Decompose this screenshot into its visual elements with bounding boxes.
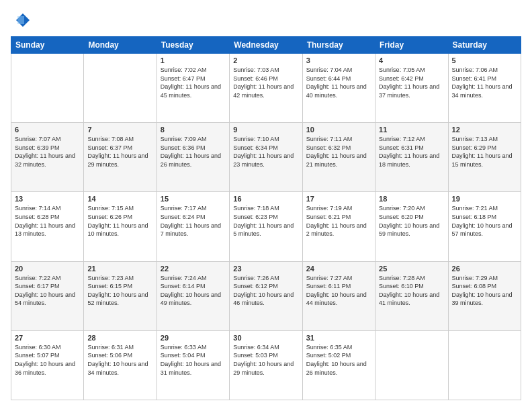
calendar-cell: 27Sunrise: 6:30 AM Sunset: 5:07 PM Dayli…: [11, 330, 84, 400]
calendar-cell: 30Sunrise: 6:34 AM Sunset: 5:03 PM Dayli…: [230, 330, 302, 400]
cell-info: Sunrise: 6:31 AM Sunset: 5:06 PM Dayligh…: [87, 343, 152, 377]
day-number: 19: [452, 195, 517, 203]
day-number: 1: [161, 56, 226, 64]
calendar-cell: 9Sunrise: 7:10 AM Sunset: 6:34 PM Daylig…: [230, 123, 302, 192]
day-number: 7: [87, 126, 152, 134]
calendar-week-4: 20Sunrise: 7:22 AM Sunset: 6:17 PM Dayli…: [11, 261, 521, 330]
calendar-week-5: 27Sunrise: 6:30 AM Sunset: 5:07 PM Dayli…: [11, 330, 521, 400]
cell-info: Sunrise: 7:14 AM Sunset: 6:28 PM Dayligh…: [15, 204, 80, 238]
calendar-cell: 13Sunrise: 7:14 AM Sunset: 6:28 PM Dayli…: [11, 192, 84, 261]
calendar-week-3: 13Sunrise: 7:14 AM Sunset: 6:28 PM Dayli…: [11, 192, 521, 261]
weekday-header-friday: Friday: [375, 37, 448, 54]
cell-info: Sunrise: 6:35 AM Sunset: 5:02 PM Dayligh…: [306, 343, 371, 377]
day-number: 28: [87, 334, 152, 342]
day-number: 30: [233, 334, 298, 342]
day-number: 12: [452, 126, 517, 134]
calendar-cell: 5Sunrise: 7:06 AM Sunset: 6:41 PM Daylig…: [448, 54, 521, 123]
cell-info: Sunrise: 6:33 AM Sunset: 5:04 PM Dayligh…: [161, 343, 226, 377]
day-number: 16: [233, 195, 298, 203]
day-number: 2: [233, 56, 298, 64]
calendar-cell: 18Sunrise: 7:20 AM Sunset: 6:20 PM Dayli…: [375, 192, 448, 261]
cell-info: Sunrise: 7:29 AM Sunset: 6:08 PM Dayligh…: [452, 274, 517, 308]
cell-info: Sunrise: 7:10 AM Sunset: 6:34 PM Dayligh…: [233, 135, 298, 169]
cell-info: Sunrise: 7:08 AM Sunset: 6:37 PM Dayligh…: [87, 135, 152, 169]
calendar-cell: 29Sunrise: 6:33 AM Sunset: 5:04 PM Dayli…: [157, 330, 229, 400]
calendar-cell: [375, 330, 448, 400]
day-number: 25: [379, 265, 444, 273]
weekday-header-sunday: Sunday: [11, 37, 84, 54]
cell-info: Sunrise: 7:27 AM Sunset: 6:11 PM Dayligh…: [306, 274, 371, 308]
calendar-cell: 15Sunrise: 7:17 AM Sunset: 6:24 PM Dayli…: [157, 192, 229, 261]
calendar-cell: 6Sunrise: 7:07 AM Sunset: 6:39 PM Daylig…: [11, 123, 84, 192]
cell-info: Sunrise: 7:15 AM Sunset: 6:26 PM Dayligh…: [87, 204, 152, 238]
calendar-cell: 16Sunrise: 7:18 AM Sunset: 6:23 PM Dayli…: [230, 192, 302, 261]
day-number: 24: [306, 265, 371, 273]
day-number: 11: [379, 126, 444, 134]
calendar-cell: 31Sunrise: 6:35 AM Sunset: 5:02 PM Dayli…: [302, 330, 375, 400]
cell-info: Sunrise: 6:30 AM Sunset: 5:07 PM Dayligh…: [15, 343, 80, 377]
day-number: 5: [452, 56, 517, 64]
cell-info: Sunrise: 7:12 AM Sunset: 6:31 PM Dayligh…: [379, 135, 444, 169]
cell-info: Sunrise: 7:04 AM Sunset: 6:44 PM Dayligh…: [306, 66, 371, 99]
calendar-cell: 17Sunrise: 7:19 AM Sunset: 6:21 PM Dayli…: [302, 192, 375, 261]
day-number: 13: [15, 195, 80, 203]
day-number: 31: [306, 334, 371, 342]
cell-info: Sunrise: 7:06 AM Sunset: 6:41 PM Dayligh…: [452, 66, 517, 99]
calendar-cell: 26Sunrise: 7:29 AM Sunset: 6:08 PM Dayli…: [448, 261, 521, 330]
calendar-cell: 19Sunrise: 7:21 AM Sunset: 6:18 PM Dayli…: [448, 192, 521, 261]
day-number: 14: [87, 195, 152, 203]
calendar-cell: 1Sunrise: 7:02 AM Sunset: 6:47 PM Daylig…: [157, 54, 229, 123]
calendar-cell: 21Sunrise: 7:23 AM Sunset: 6:15 PM Dayli…: [84, 261, 157, 330]
day-number: 18: [379, 195, 444, 203]
calendar-cell: 24Sunrise: 7:27 AM Sunset: 6:11 PM Dayli…: [302, 261, 375, 330]
day-number: 15: [161, 195, 226, 203]
calendar-cell: 4Sunrise: 7:05 AM Sunset: 6:42 PM Daylig…: [375, 54, 448, 123]
cell-info: Sunrise: 7:24 AM Sunset: 6:14 PM Dayligh…: [161, 274, 226, 308]
weekday-header-tuesday: Tuesday: [157, 37, 229, 54]
cell-info: Sunrise: 7:21 AM Sunset: 6:18 PM Dayligh…: [452, 204, 517, 238]
day-number: 27: [15, 334, 80, 342]
calendar-cell: 28Sunrise: 6:31 AM Sunset: 5:06 PM Dayli…: [84, 330, 157, 400]
calendar-cell: 25Sunrise: 7:28 AM Sunset: 6:10 PM Dayli…: [375, 261, 448, 330]
day-number: 6: [15, 126, 80, 134]
cell-info: Sunrise: 7:07 AM Sunset: 6:39 PM Dayligh…: [15, 135, 80, 169]
day-number: 10: [306, 126, 371, 134]
cell-info: Sunrise: 7:09 AM Sunset: 6:36 PM Dayligh…: [161, 135, 226, 169]
svg-marker-1: [17, 16, 24, 24]
calendar-cell: 22Sunrise: 7:24 AM Sunset: 6:14 PM Dayli…: [157, 261, 229, 330]
weekday-header-thursday: Thursday: [302, 37, 375, 54]
calendar-cell: [11, 54, 84, 123]
day-number: 4: [379, 56, 444, 64]
calendar-cell: 12Sunrise: 7:13 AM Sunset: 6:29 PM Dayli…: [448, 123, 521, 192]
day-number: 20: [15, 265, 80, 273]
cell-info: Sunrise: 7:05 AM Sunset: 6:42 PM Dayligh…: [379, 66, 444, 99]
calendar-table: SundayMondayTuesdayWednesdayThursdayFrid…: [11, 36, 521, 400]
header: [11, 11, 521, 30]
cell-info: Sunrise: 7:17 AM Sunset: 6:24 PM Dayligh…: [161, 204, 226, 238]
day-number: 3: [306, 56, 371, 64]
cell-info: Sunrise: 7:22 AM Sunset: 6:17 PM Dayligh…: [15, 274, 80, 308]
calendar-cell: 10Sunrise: 7:11 AM Sunset: 6:32 PM Dayli…: [302, 123, 375, 192]
weekday-header-wednesday: Wednesday: [230, 37, 302, 54]
weekday-header-saturday: Saturday: [448, 37, 521, 54]
calendar-cell: 7Sunrise: 7:08 AM Sunset: 6:37 PM Daylig…: [84, 123, 157, 192]
calendar-cell: 23Sunrise: 7:26 AM Sunset: 6:12 PM Dayli…: [230, 261, 302, 330]
day-number: 17: [306, 195, 371, 203]
calendar-cell: [84, 54, 157, 123]
calendar-cell: 2Sunrise: 7:03 AM Sunset: 6:46 PM Daylig…: [230, 54, 302, 123]
cell-info: Sunrise: 7:20 AM Sunset: 6:20 PM Dayligh…: [379, 204, 444, 238]
cell-info: Sunrise: 7:13 AM Sunset: 6:29 PM Dayligh…: [452, 135, 517, 169]
page: SundayMondayTuesdayWednesdayThursdayFrid…: [0, 0, 532, 411]
day-number: 26: [452, 265, 517, 273]
cell-info: Sunrise: 7:19 AM Sunset: 6:21 PM Dayligh…: [306, 204, 371, 238]
day-number: 22: [161, 265, 226, 273]
calendar-cell: 3Sunrise: 7:04 AM Sunset: 6:44 PM Daylig…: [302, 54, 375, 123]
calendar-week-1: 1Sunrise: 7:02 AM Sunset: 6:47 PM Daylig…: [11, 54, 521, 123]
day-number: 21: [87, 265, 152, 273]
logo: [11, 11, 32, 30]
weekday-header-row: SundayMondayTuesdayWednesdayThursdayFrid…: [11, 37, 521, 54]
weekday-header-monday: Monday: [84, 37, 157, 54]
logo-icon: [11, 11, 30, 30]
calendar-cell: 14Sunrise: 7:15 AM Sunset: 6:26 PM Dayli…: [84, 192, 157, 261]
cell-info: Sunrise: 7:28 AM Sunset: 6:10 PM Dayligh…: [379, 274, 444, 308]
